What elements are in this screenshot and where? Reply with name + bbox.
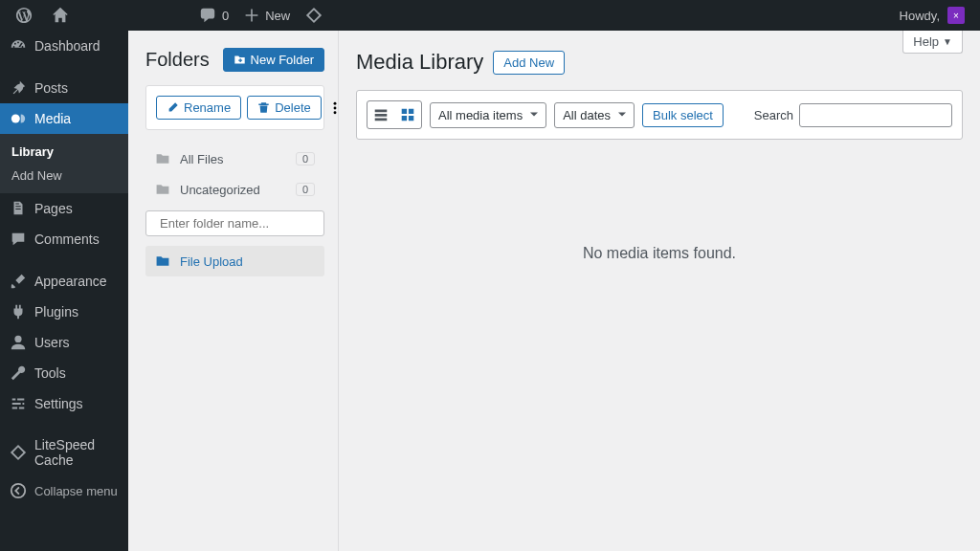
date-filter[interactable]: All dates <box>554 102 635 128</box>
list-view-button[interactable] <box>368 101 394 128</box>
help-label: Help <box>913 34 939 49</box>
avatar: × <box>947 7 965 24</box>
folders-panel: Folders New Folder Rename Delete All Fil <box>128 31 339 551</box>
sidebar-item-plugins[interactable]: Plugins <box>0 297 128 327</box>
main-panel: Help ▼ Media Library Add New All media i… <box>339 31 980 551</box>
svg-point-1 <box>14 336 21 342</box>
folder-uncategorized[interactable]: Uncategorized 0 <box>145 174 324 205</box>
folder-label: Uncategorized <box>180 183 260 197</box>
sidebar-label: Comments <box>34 231 100 247</box>
brush-icon <box>10 273 27 290</box>
howdy-account[interactable]: Howdy, × <box>892 7 972 24</box>
pencil-icon <box>167 101 179 114</box>
sidebar-item-settings[interactable]: Settings <box>0 388 128 419</box>
plug-icon <box>10 303 27 320</box>
empty-state: No media items found. <box>356 245 963 262</box>
folder-label: File Upload <box>180 254 243 269</box>
pin-icon <box>10 79 27 97</box>
comment-icon <box>10 231 27 248</box>
dashboard-icon <box>10 37 27 55</box>
submenu-library[interactable]: Library <box>0 140 128 164</box>
new-folder-label: New Folder <box>251 53 314 67</box>
submenu-addnew[interactable]: Add New <box>0 164 128 187</box>
sidebar-label: Appearance <box>34 274 107 289</box>
folder-plus-icon <box>234 54 246 66</box>
svg-point-0 <box>11 115 20 123</box>
delete-button[interactable]: Delete <box>247 96 322 120</box>
trash-icon <box>257 101 270 114</box>
folder-icon <box>155 253 170 269</box>
sidebar-label: Settings <box>34 396 83 411</box>
new-folder-button[interactable]: New Folder <box>223 48 324 72</box>
diamond-icon[interactable] <box>298 0 330 31</box>
help-tab[interactable]: Help ▼ <box>902 31 963 54</box>
sidebar-item-dashboard[interactable]: Dashboard <box>0 31 128 61</box>
delete-label: Delete <box>275 100 311 115</box>
user-icon <box>10 334 27 351</box>
new-label: New <box>265 9 290 23</box>
folder-search <box>145 210 324 236</box>
folder-icon <box>155 151 170 166</box>
comment-icon <box>199 7 216 24</box>
rename-button[interactable]: Rename <box>156 96 241 120</box>
media-submenu: Library Add New <box>0 134 128 193</box>
admin-bar: 0 New Howdy, × <box>0 0 980 31</box>
folder-list: All Files 0 Uncategorized 0 File Upload <box>145 143 324 276</box>
list-icon <box>372 106 390 123</box>
sidebar-item-appearance[interactable]: Appearance <box>0 266 128 297</box>
folder-count: 0 <box>296 183 315 196</box>
sliders-icon <box>10 395 27 412</box>
add-new-button[interactable]: Add New <box>493 51 565 75</box>
grid-icon <box>399 106 416 123</box>
media-type-filter[interactable]: All media items <box>430 102 546 128</box>
home-icon[interactable] <box>44 0 77 31</box>
sidebar-item-media[interactable]: Media <box>0 103 128 134</box>
sidebar-label: Plugins <box>34 304 78 320</box>
sidebar-label: Posts <box>34 80 68 96</box>
folder-actions: Rename Delete <box>145 85 324 130</box>
collapse-icon <box>10 482 27 499</box>
sidebar-label: Pages <box>34 201 73 216</box>
svg-point-5 <box>333 111 336 114</box>
folder-all-files[interactable]: All Files 0 <box>145 143 324 174</box>
sidebar-label: Tools <box>34 365 66 381</box>
comments-count: 0 <box>222 9 229 23</box>
wrench-icon <box>10 364 27 382</box>
search-label: Search <box>754 108 793 122</box>
sidebar-label: Users <box>34 335 70 350</box>
sidebar-item-comments[interactable]: Comments <box>0 224 128 254</box>
collapse-label: Collapse menu <box>34 484 118 498</box>
content-area: Folders New Folder Rename Delete All Fil <box>128 31 980 551</box>
folders-title: Folders <box>145 49 210 71</box>
sidebar-item-posts[interactable]: Posts <box>0 73 128 103</box>
media-toolbar: All media items All dates Bulk select Se… <box>356 90 963 140</box>
wp-logo-icon[interactable] <box>8 0 40 31</box>
folder-label: All Files <box>180 152 224 166</box>
sidebar-item-pages[interactable]: Pages <box>0 193 128 224</box>
grid-view-button[interactable] <box>394 101 421 128</box>
pages-icon <box>10 200 27 217</box>
howdy-text: Howdy, <box>900 9 940 23</box>
sidebar-item-tools[interactable]: Tools <box>0 358 128 388</box>
sidebar-item-users[interactable]: Users <box>0 327 128 358</box>
sidebar-label: Dashboard <box>34 38 100 54</box>
folder-search-input[interactable] <box>160 216 321 231</box>
sidebar-label: LiteSpeed Cache <box>34 437 119 468</box>
new-content-link[interactable]: New <box>236 0 298 31</box>
sidebar-item-litespeed[interactable]: LiteSpeed Cache <box>0 430 128 474</box>
plus-icon <box>244 8 259 23</box>
svg-point-3 <box>333 101 336 104</box>
comments-link[interactable]: 0 <box>191 0 236 31</box>
chevron-down-icon: ▼ <box>943 36 952 47</box>
bulk-select-button[interactable]: Bulk select <box>642 103 724 127</box>
media-icon <box>10 110 27 127</box>
sidebar-label: Media <box>34 111 71 126</box>
search-input[interactable] <box>799 103 952 127</box>
folder-icon <box>155 182 170 197</box>
collapse-menu[interactable]: Collapse menu <box>0 474 128 507</box>
folder-file-upload[interactable]: File Upload <box>145 246 324 276</box>
page-title: Media Library <box>356 50 483 75</box>
svg-point-4 <box>333 106 336 109</box>
admin-sidebar: Dashboard Posts Media Library Add New Pa… <box>0 31 128 551</box>
svg-point-2 <box>11 484 25 497</box>
